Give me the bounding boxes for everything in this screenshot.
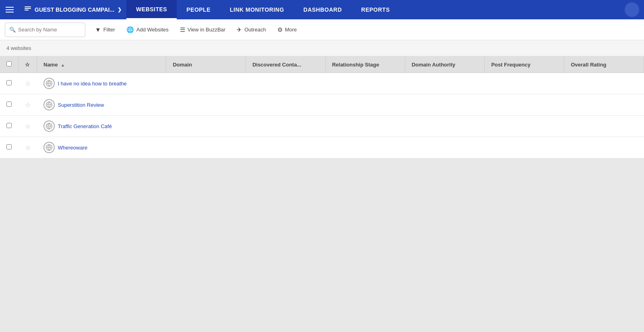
row-checkbox-3[interactable]: [6, 144, 12, 149]
row-domain-1: [166, 94, 246, 116]
col-rating-label: Overall Rating: [571, 62, 606, 68]
outreach-icon: ✈: [237, 26, 242, 33]
view-in-buzzbar-button[interactable]: ☰ View in BuzzBar: [175, 23, 230, 37]
search-icon: 🔍: [9, 27, 16, 33]
row-checkbox-cell: [0, 73, 19, 94]
table-row: ☆ Superstition Review: [0, 94, 644, 116]
website-name-2[interactable]: Traffic Generation Café: [58, 123, 112, 129]
col-header-domain: Domain: [166, 56, 246, 73]
top-nav: GUEST BLOGGING CAMPAI... ❯ WEBSITES PEOP…: [0, 0, 644, 19]
row-star-1[interactable]: ☆: [25, 102, 31, 108]
tab-reports[interactable]: REPORTS: [351, 0, 399, 19]
buzzbar-label: View in BuzzBar: [188, 27, 225, 33]
row-name-cell: Traffic Generation Café: [37, 116, 166, 137]
nav-tabs: WEBSITES PEOPLE LINK MONITORING DASHBOAR…: [126, 0, 399, 19]
row-contacts-0: [246, 73, 326, 94]
website-icon-3: [43, 142, 55, 153]
svg-rect-2: [25, 10, 29, 10]
row-authority-0: [405, 73, 485, 94]
more-icon: ⚙: [277, 26, 283, 33]
filter-button[interactable]: ▼ Filter: [90, 23, 120, 37]
filter-icon: ▼: [95, 26, 101, 33]
add-websites-button[interactable]: 🌐 Add Websites: [122, 23, 173, 37]
row-checkbox-cell: [0, 137, 19, 158]
row-authority-2: [405, 116, 485, 137]
star-column-icon: ☆: [25, 62, 30, 68]
row-contacts-2: [246, 116, 326, 137]
row-checkbox-1[interactable]: [6, 102, 12, 107]
col-header-name[interactable]: Name ▲: [37, 56, 166, 73]
row-contacts-3: [246, 137, 326, 158]
col-header-contacts: Discovered Conta...: [246, 56, 326, 73]
row-frequency-3: [485, 137, 564, 158]
sort-icon: ▲: [61, 63, 65, 67]
row-star-0[interactable]: ☆: [25, 80, 31, 87]
campaign-title[interactable]: GUEST BLOGGING CAMPAI... ❯: [19, 0, 126, 19]
row-star-cell: ☆: [19, 116, 37, 137]
col-header-checkbox: [0, 56, 19, 73]
row-rating-2: [564, 116, 644, 137]
row-star-3[interactable]: ☆: [25, 144, 31, 151]
content-area: 4 websites ☆ Name ▲ Domain Discovered Co…: [0, 40, 644, 320]
row-frequency-1: [485, 94, 564, 116]
website-icon-2: [43, 120, 55, 132]
tab-websites[interactable]: WEBSITES: [126, 0, 177, 19]
row-checkbox-0[interactable]: [6, 80, 12, 85]
col-relationship-label: Relationship Stage: [332, 62, 379, 68]
website-icon-0: [43, 78, 55, 89]
empty-area: [0, 158, 644, 320]
tab-dashboard[interactable]: DASHBOARD: [294, 0, 352, 19]
campaign-icon: [24, 6, 31, 14]
svg-rect-0: [25, 6, 31, 7]
search-box: 🔍: [5, 23, 85, 37]
website-name-0[interactable]: I have no idea how to breathe: [58, 81, 127, 87]
outreach-label: Outreach: [244, 27, 266, 33]
outreach-button[interactable]: ✈ Outreach: [232, 23, 270, 37]
row-relationship-1: [325, 94, 405, 116]
row-checkbox-2[interactable]: [6, 123, 12, 128]
row-authority-3: [405, 137, 485, 158]
hamburger-icon: [6, 5, 14, 14]
col-header-frequency: Post Frequency: [485, 56, 564, 73]
campaign-arrow: ❯: [118, 7, 122, 12]
website-name-1[interactable]: Superstition Review: [58, 102, 104, 108]
row-domain-2: [166, 116, 246, 137]
col-authority-label: Domain Authority: [412, 62, 456, 68]
row-star-2[interactable]: ☆: [25, 123, 31, 130]
row-domain-0: [166, 73, 246, 94]
toolbar: 🔍 ▼ Filter 🌐 Add Websites ☰ View in Buzz…: [0, 19, 644, 40]
col-header-star: ☆: [19, 56, 37, 73]
add-websites-label: Add Websites: [136, 27, 169, 33]
row-rating-0: [564, 73, 644, 94]
nav-right: [625, 2, 644, 17]
row-contacts-1: [246, 94, 326, 116]
row-checkbox-cell: [0, 94, 19, 116]
row-name-cell: I have no idea how to breathe: [37, 73, 166, 94]
col-header-relationship: Relationship Stage: [325, 56, 405, 73]
website-icon-1: [43, 99, 55, 110]
col-name-label: Name: [43, 62, 58, 68]
websites-count: 4 websites: [0, 40, 644, 56]
add-websites-icon: 🌐: [126, 26, 134, 33]
filter-label: Filter: [103, 27, 115, 33]
col-frequency-label: Post Frequency: [491, 62, 530, 68]
row-star-cell: ☆: [19, 73, 37, 94]
col-header-rating: Overall Rating: [564, 56, 644, 73]
tab-people[interactable]: PEOPLE: [177, 0, 220, 19]
search-input[interactable]: [18, 27, 81, 33]
row-star-cell: ☆: [19, 137, 37, 158]
avatar[interactable]: [625, 2, 639, 17]
row-name-cell: Whereoware: [37, 137, 166, 158]
svg-rect-1: [25, 8, 31, 9]
more-button[interactable]: ⚙ More: [272, 23, 302, 37]
col-domain-label: Domain: [173, 62, 192, 68]
select-all-checkbox[interactable]: [6, 61, 12, 66]
col-header-authority: Domain Authority: [405, 56, 485, 73]
table-row: ☆ I have no idea how to breathe: [0, 73, 644, 94]
row-checkbox-cell: [0, 116, 19, 137]
website-name-3[interactable]: Whereoware: [58, 145, 88, 151]
row-relationship-2: [325, 116, 405, 137]
hamburger-button[interactable]: [0, 0, 19, 19]
tab-link-monitoring[interactable]: LINK MONITORING: [220, 0, 294, 19]
table-row: ☆ Whereoware: [0, 137, 644, 158]
